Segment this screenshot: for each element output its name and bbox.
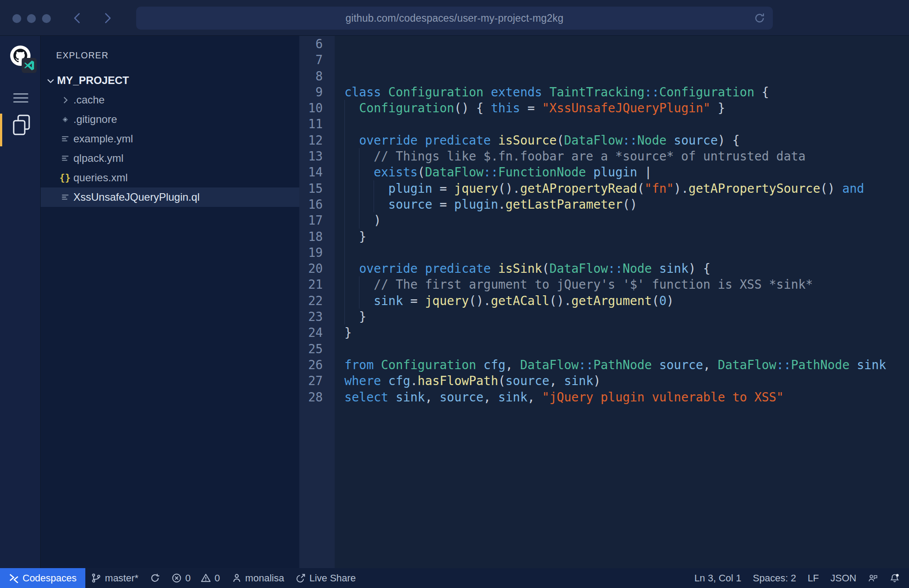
remote-icon [9,573,19,583]
line-number: 20 [299,260,323,276]
back-button[interactable] [71,11,84,25]
line-number: 15 [299,180,323,196]
status-label: Live Share [309,573,356,584]
code-line-28[interactable]: 28select sink, source, sink, "jQuery plu… [299,389,909,405]
line-number: 24 [299,325,323,340]
chevron-right-icon [60,95,70,105]
codespaces-remote-button[interactable]: Codespaces [0,568,85,588]
status-label: 0 [185,573,191,584]
code-line-6[interactable]: 6 [299,36,909,52]
workbench: EXPLORER MY_PROJECT.cache.gitignoreexamp… [0,36,909,568]
code-line-10[interactable]: 10 Configuration() { this = "XssUnsafeJQ… [299,100,909,116]
code-line-16[interactable]: 16 source = plugin.getLastParameter() [299,196,909,212]
code-line-19[interactable]: 19 [299,244,909,260]
user-item[interactable]: monalisa [226,568,290,588]
explorer-item-XssUnsafeJQueryPlugin.ql[interactable]: XssUnsafeJQueryPlugin.ql [41,187,299,207]
line-number: 14 [299,164,323,180]
line-number: 23 [299,309,323,325]
github-logo[interactable] [10,46,36,71]
activity-bar [0,36,41,568]
sync-button[interactable] [144,568,166,588]
sync-icon [150,573,160,583]
code-line-17[interactable]: 17 ) [299,212,909,228]
code-line-11[interactable]: 11 [299,116,909,132]
code-line-21[interactable]: 21 // The first argument to jQuery's '$'… [299,276,909,292]
code-line-12[interactable]: 12 override predicate isSource(DataFlow:… [299,132,909,148]
notifications-bell[interactable] [884,568,905,588]
menu-icon[interactable] [13,93,28,103]
code-line-18[interactable]: 18 } [299,229,909,244]
feedback-icon [868,573,878,583]
explorer-item-.gitignore[interactable]: .gitignore [41,110,299,129]
files-explorer-button[interactable] [0,114,41,149]
file-label: .cache [73,94,105,106]
code-line-14[interactable]: 14 exists(DataFlow::FunctionNode plugin … [299,164,909,180]
file-lines-icon [60,192,70,202]
live-share-item[interactable]: Live Share [290,568,362,588]
code-line-9[interactable]: 9class Configuration extends TaintTracki… [299,84,909,100]
status-label: JSON [830,573,856,584]
code-editor[interactable]: 6789class Configuration extends TaintTra… [299,36,909,568]
code-line-8[interactable]: 8 [299,68,909,84]
status-label: Spaces: 2 [753,573,796,584]
file-tree: MY_PROJECT.cache.gitignoreexample.ymlqlp… [41,71,299,207]
code-line-24[interactable]: 24} [299,325,909,340]
chevron-down-icon [45,75,56,86]
git-file-icon [60,114,70,125]
line-number: 11 [299,116,323,132]
code-line-13[interactable]: 13 // Things like $.fn.foobar are a *sou… [299,148,909,164]
files-copy-icon [11,114,31,136]
line-number: 12 [299,132,323,148]
eol-sequence[interactable]: LF [802,568,825,588]
bell-icon [890,573,900,583]
code-line-26[interactable]: 26from Configuration cfg, DataFlow::Path… [299,357,909,373]
code-line-23[interactable]: 23 } [299,309,909,325]
code-line-25[interactable]: 25 [299,341,909,357]
line-number: 8 [299,68,323,84]
forward-button[interactable] [101,11,114,25]
feedback-item[interactable] [862,568,884,588]
line-number: 19 [299,244,323,260]
vscode-badge-icon [22,58,37,73]
person-icon [232,573,242,583]
cursor-position[interactable]: Ln 3, Col 1 [688,568,747,588]
window-close-button[interactable] [12,14,21,23]
line-number: 10 [299,100,323,116]
explorer-item-qlpack.yml[interactable]: qlpack.yml [41,149,299,168]
file-label: example.yml [73,133,133,145]
line-number: 6 [299,36,323,52]
url-text: github.com/codespaces/user-my-project-mg… [345,12,563,24]
status-label: Ln 3, Col 1 [694,573,741,584]
browser-chrome: github.com/codespaces/user-my-project-mg… [0,0,909,36]
status-label: monalisa [245,573,284,584]
language-mode[interactable]: JSON [825,568,862,588]
explorer-item-queries.xml[interactable]: {}queries.xml [41,168,299,187]
window-minimize-button[interactable] [27,14,36,23]
code-line-22[interactable]: 22 sink = jquery().getACall().getArgumen… [299,293,909,309]
problems-item[interactable]: 00 [166,568,226,588]
explorer-item-.cache[interactable]: .cache [41,90,299,110]
explorer-panel: EXPLORER MY_PROJECT.cache.gitignoreexamp… [41,36,299,568]
git-branch-item[interactable]: master* [85,568,144,588]
url-bar[interactable]: github.com/codespaces/user-my-project-mg… [136,7,773,30]
line-number: 28 [299,389,323,405]
line-number: 9 [299,84,323,100]
file-label: XssUnsafeJQueryPlugin.ql [73,191,199,203]
status-label: 0 [214,573,220,584]
line-number: 13 [299,148,323,164]
window-zoom-button[interactable] [42,14,51,23]
reload-icon[interactable] [753,12,766,24]
code-line-15[interactable]: 15 plugin = jquery().getAPropertyRead("f… [299,180,909,196]
indentation[interactable]: Spaces: 2 [747,568,802,588]
file-lines-icon [60,153,70,164]
code-line-7[interactable]: 7 [299,52,909,68]
warning-icon [201,573,211,583]
line-number: 27 [299,373,323,389]
line-number: 18 [299,229,323,244]
file-lines-icon [60,134,70,144]
explorer-item-example.yml[interactable]: example.yml [41,129,299,149]
explorer-root-folder[interactable]: MY_PROJECT [41,71,299,90]
code-line-27[interactable]: 27where cfg.hasFlowPath(source, sink) [299,373,909,389]
code-area: 6789class Configuration extends TaintTra… [299,36,909,568]
code-line-20[interactable]: 20 override predicate isSink(DataFlow::N… [299,260,909,276]
